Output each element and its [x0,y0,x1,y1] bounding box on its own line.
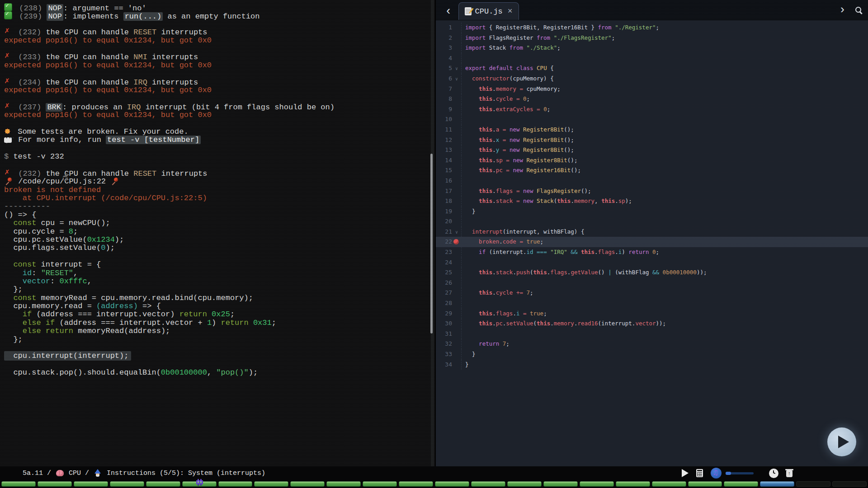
pin-icon[interactable] [5,178,12,184]
progress-segment-17[interactable] [580,481,614,487]
code-token: = [523,310,527,317]
tab-cpu-js[interactable]: CPU.js × [458,2,519,20]
tab-scroll-right-icon[interactable]: › [839,4,846,16]
code-token: { [547,65,554,71]
line-number: 31 [436,329,452,339]
terminal-text: 0x1234 [87,235,115,244]
progress-segment-24[interactable] [832,481,867,487]
breadcrumb-item[interactable]: Instructions (5/5): System (interrupts) [107,469,265,477]
code-token [465,310,479,317]
gutter-aux [452,186,461,197]
code-token: . [492,188,496,194]
terminal-text: memoryRead = cpu.memory.read.bind(cpu.me… [36,294,253,302]
code-token: this [479,310,492,317]
line-number: 23 [436,247,452,258]
calculator-icon[interactable] [696,469,703,477]
terminal-text: the CPU can handle [46,169,133,178]
breadcrumb-item[interactable]: 5a.11 / [23,469,51,477]
terminal-text: IRQ [133,78,147,87]
disc-icon[interactable] [711,468,722,479]
progress-segment-5[interactable] [146,481,180,487]
progress-segment-7[interactable] [218,481,253,487]
progress-segment-21[interactable] [724,481,758,487]
code-text: this.x = new Register8Bit(); [461,135,574,145]
volume-slider[interactable] [726,472,754,474]
code-text: interrupt(interrupt, withBFlag) { [461,227,584,237]
tab-close-icon[interactable]: × [508,7,513,16]
code-token: ; [612,34,615,41]
fold-icon[interactable]: ∨ [452,227,461,237]
code-token: new [523,197,533,204]
error-marker-icon[interactable] [452,237,461,247]
code-token: this [581,249,594,255]
tab-scroll-left-icon[interactable]: ‹ [445,5,452,17]
editor-line: 3import Stack from "./Stack"; [436,43,868,53]
line-number: 26 [436,278,452,288]
code-token: Stack [486,44,509,51]
progress-segment-4[interactable] [110,481,144,487]
progress-segment-10[interactable] [326,481,361,487]
terminal-text: ); [115,235,124,244]
progress-segment-12[interactable] [399,481,433,487]
line-number: 33 [436,349,452,360]
fold-icon[interactable]: ∨ [452,74,461,84]
code-token: this [601,197,615,204]
code-text: broken.code = true; [461,237,543,247]
terminal-text: ); [105,244,114,252]
fold-icon[interactable]: ∨ [452,63,461,74]
run-button[interactable] [827,427,856,456]
code-token: (withBFlag [612,269,652,276]
progress-segment-18[interactable] [616,481,650,487]
progress-segment-14[interactable] [471,481,505,487]
terminal-text: }; [4,335,23,344]
code-token: . [492,269,496,276]
code-text: } [461,360,469,370]
terminal-text [4,294,13,302]
progress-segment-11[interactable] [363,481,397,487]
progress-segment-13[interactable] [435,481,469,487]
terminal-text: interrupts [147,53,198,61]
code-area[interactable]: 1import { Register8Bit, Register16Bit } … [436,20,868,370]
terminal-scrollbar-track[interactable] [431,0,434,466]
bottom-bar: 5a.11 /CPU /Instructions (5/5): System (… [0,466,868,488]
progress-segment-22[interactable] [760,481,794,487]
gutter-aux [452,206,461,217]
breadcrumb-item[interactable]: CPU / [69,469,89,477]
progress-segment-19[interactable] [652,481,686,487]
terminal-line: (239) NOP: implements run(...) as an emp… [4,11,435,19]
trash-icon[interactable] [786,470,793,477]
code-token: flags [550,269,567,276]
progress-segment-16[interactable] [543,481,578,487]
terminal-text [41,319,46,327]
code-token: this [479,106,492,113]
code-token: true [530,310,543,317]
pin-icon[interactable] [112,178,118,184]
terminal-text: cpu.flags.setValue( [4,244,101,252]
gutter-aux [452,155,461,166]
play-icon[interactable] [682,469,689,477]
progress-segment-2[interactable] [38,481,72,487]
progress-segment-8[interactable] [254,481,288,487]
footer-toolbar [682,467,800,479]
terminal-text: RESET [133,28,156,37]
progress-segment-1[interactable] [1,481,36,487]
code-token [513,188,516,194]
code-token: )); [697,269,707,276]
terminal-line: () => { [4,211,435,219]
progress-segment-3[interactable] [74,481,108,487]
code-token: ; [543,310,547,317]
terminal-line: const interrupt = { [4,261,435,269]
progress-segment-23[interactable] [796,481,830,487]
search-icon[interactable] [855,6,863,14]
code-token: } [465,208,476,215]
gutter-aux [452,360,461,370]
gutter-aux [452,247,461,258]
gutter-aux [452,309,461,319]
code-token: id [526,249,533,255]
progress-segment-15[interactable] [507,481,542,487]
terminal-scrollbar-thumb[interactable] [430,154,433,333]
progress-segment-20[interactable] [688,481,722,487]
terminal-text: ; [230,310,235,319]
progress-segment-9[interactable] [290,481,325,487]
clock-icon[interactable] [769,469,778,478]
